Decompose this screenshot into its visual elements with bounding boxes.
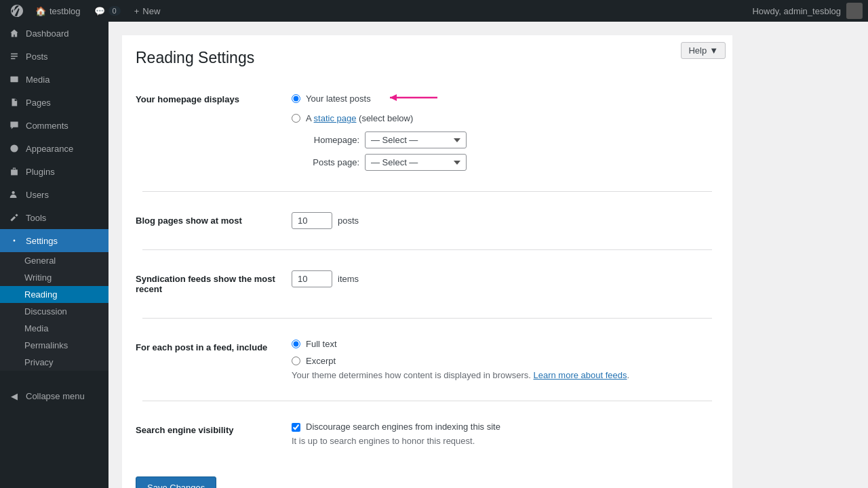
syndication-value: items: [285, 260, 719, 308]
blog-pages-input[interactable]: [292, 212, 332, 229]
plus-icon: +: [134, 6, 140, 16]
syndication-label: Syndication feeds show the most recent: [136, 260, 285, 308]
submenu-writing[interactable]: Writing: [0, 269, 108, 286]
search-visibility-label: Search engine visibility: [136, 411, 285, 456]
sidebar-item-pages[interactable]: Pages: [0, 91, 108, 114]
settings-icon: [8, 235, 20, 247]
sidebar-item-comments[interactable]: Comments: [0, 114, 108, 137]
user-info: Howdy, admin_tesblog: [752, 3, 863, 19]
pages-icon: [8, 96, 20, 108]
avatar: [846, 3, 863, 19]
plugins-icon: [8, 165, 20, 178]
submenu-permalinks[interactable]: Permalinks: [0, 337, 108, 354]
homepage-radio-group: Your latest posts: [292, 91, 712, 123]
blog-pages-row: Blog pages show at most posts: [136, 202, 719, 239]
blog-pages-suffix: posts: [338, 216, 359, 226]
feed-radio-group: Full text Excerpt: [292, 339, 712, 366]
sidebar-item-users[interactable]: Users: [0, 183, 108, 206]
feed-include-options: Full text Excerpt Your theme determines …: [285, 329, 719, 390]
sidebar: Dashboard Posts Media Pages Comments: [0, 22, 108, 488]
dashboard-icon: [8, 27, 20, 39]
search-engine-checkbox[interactable]: [292, 423, 300, 432]
tools-icon: [8, 211, 20, 224]
full-text-radio[interactable]: [292, 340, 300, 348]
svg-point-3: [14, 240, 16, 242]
arrow-annotation: [383, 91, 444, 106]
homepage-dropdown-label: Homepage:: [305, 135, 359, 145]
settings-submenu: General Writing Reading Discussion Media…: [0, 252, 108, 371]
sidebar-item-media[interactable]: Media: [0, 68, 108, 91]
feed-include-label: For each post in a feed, include: [136, 329, 285, 390]
sidebar-item-settings[interactable]: Settings: [0, 229, 108, 252]
appearance-icon: [8, 142, 20, 155]
full-text-row: Full text: [292, 339, 712, 349]
collapse-icon: ◀: [8, 390, 20, 402]
blog-pages-value: posts: [285, 202, 719, 239]
homepage-options: Your latest posts: [285, 81, 719, 181]
submenu-media[interactable]: Media: [0, 320, 108, 337]
excerpt-radio[interactable]: [292, 357, 300, 365]
submenu-privacy[interactable]: Privacy: [0, 354, 108, 371]
submenu-general[interactable]: General: [0, 252, 108, 269]
sidebar-item-tools[interactable]: Tools: [0, 206, 108, 229]
blog-pages-label: Blog pages show at most: [136, 202, 285, 239]
homepage-select[interactable]: — Select —: [365, 131, 467, 148]
static-page-row: A static page (select below): [292, 113, 712, 123]
homepage-dropdown-row: Homepage: — Select —: [292, 131, 712, 148]
home-icon: 🏠: [35, 6, 46, 16]
media-icon: [8, 73, 20, 85]
site-name[interactable]: 🏠 testblog: [28, 0, 87, 22]
main-content: Help ▼ Reading Settings Your homepage di…: [108, 22, 868, 488]
static-page-link[interactable]: static page: [314, 113, 357, 123]
feed-description: Your theme determines how content is dis…: [292, 370, 712, 380]
collapse-menu[interactable]: ◀ Collapse menu: [0, 384, 108, 407]
submit-section: Save Changes: [136, 470, 719, 488]
homepage-label: Your homepage displays: [136, 81, 285, 181]
excerpt-label: Excerpt: [306, 356, 336, 366]
learn-more-link[interactable]: Learn more about feeds: [534, 370, 627, 380]
full-text-label: Full text: [306, 339, 337, 349]
latest-posts-radio[interactable]: [292, 94, 300, 103]
submenu-discussion[interactable]: Discussion: [0, 303, 108, 320]
latest-posts-row: Your latest posts: [292, 91, 712, 106]
page-dropdowns: Homepage: — Select — Posts page: — Selec…: [292, 131, 712, 171]
settings-wrap: Help ▼ Reading Settings Your homepage di…: [122, 35, 732, 488]
blog-pages-number-row: posts: [292, 212, 712, 229]
svg-point-1: [10, 144, 18, 152]
search-engine-checkbox-row: Discourage search engines from indexing …: [292, 422, 712, 432]
search-visibility-options: Discourage search engines from indexing …: [285, 411, 719, 456]
page-title: Reading Settings: [136, 49, 719, 67]
static-page-label: A static page (select below): [306, 113, 413, 123]
syndication-row: Syndication feeds show the most recent i…: [136, 260, 719, 308]
posts-page-dropdown-row: Posts page: — Select —: [292, 154, 712, 171]
comments-link[interactable]: 💬 0: [87, 0, 127, 22]
settings-table: Your homepage displays Your latest posts: [136, 81, 719, 456]
syndication-input[interactable]: [292, 270, 332, 287]
excerpt-row: Excerpt: [292, 356, 712, 366]
svg-rect-0: [10, 77, 18, 82]
users-icon: [8, 188, 20, 201]
wp-logo[interactable]: [5, 0, 28, 22]
submenu-reading[interactable]: Reading: [0, 286, 108, 303]
sidebar-item-dashboard[interactable]: Dashboard: [0, 22, 108, 45]
sidebar-item-appearance[interactable]: Appearance: [0, 137, 108, 160]
comments-icon: 💬: [94, 6, 105, 16]
syndication-suffix: items: [338, 274, 359, 284]
save-changes-button[interactable]: Save Changes: [136, 476, 216, 488]
static-page-radio[interactable]: [292, 114, 300, 123]
sidebar-item-plugins[interactable]: Plugins: [0, 160, 108, 183]
posts-icon: [8, 50, 20, 62]
search-engine-checkbox-label: Discourage search engines from indexing …: [306, 422, 500, 432]
new-content[interactable]: + New: [127, 0, 167, 22]
help-button[interactable]: Help ▼: [681, 42, 726, 59]
comments-nav-icon: [8, 119, 20, 131]
sidebar-item-posts[interactable]: Posts: [0, 45, 108, 68]
posts-page-select[interactable]: — Select —: [365, 154, 467, 171]
syndication-number-row: items: [292, 270, 712, 287]
admin-bar: 🏠 testblog 💬 0 + New Howdy, admin_tesblo…: [0, 0, 868, 22]
search-engine-note: It is up to search engines to honor this…: [292, 436, 712, 446]
chevron-down-icon: ▼: [709, 45, 718, 56]
latest-posts-label: Your latest posts: [306, 94, 371, 104]
homepage-row: Your homepage displays Your latest posts: [136, 81, 719, 181]
svg-marker-5: [390, 94, 397, 101]
